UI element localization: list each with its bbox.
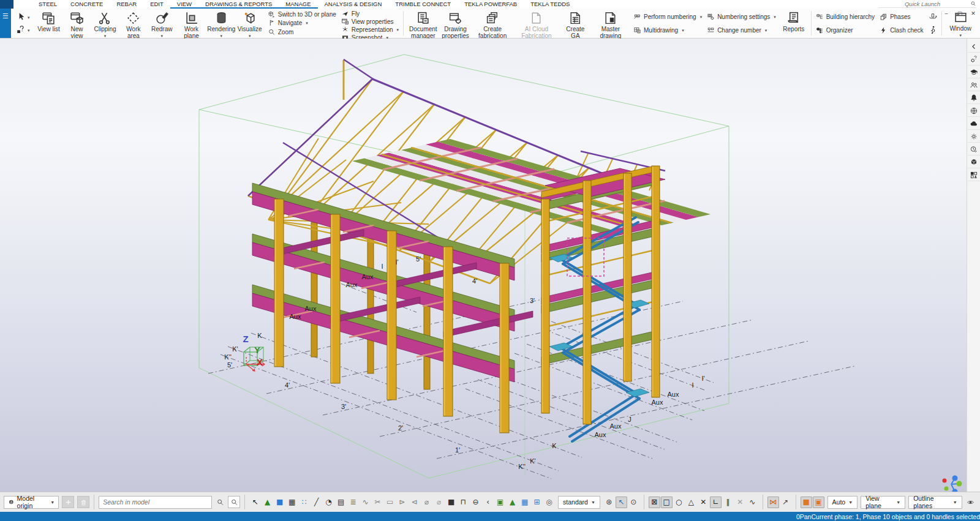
snap-perpendicular-icon[interactable]: ∟: [710, 497, 722, 508]
trimble-connect-icon[interactable]: [968, 118, 980, 130]
maximize-button[interactable]: ▢: [955, 9, 965, 17]
task-manager-icon[interactable]: [968, 144, 980, 156]
view-properties-button[interactable]: View properties ▾: [341, 18, 399, 26]
snap-free-icon[interactable]: ∿: [747, 497, 758, 508]
applications-components-icon[interactable]: [968, 170, 980, 181]
snap-extensions-icon[interactable]: ✕: [734, 497, 746, 508]
select-planes-icon[interactable]: ‹: [482, 497, 494, 508]
select-grid-lines-icon[interactable]: ≣: [347, 497, 359, 508]
work-plane-button[interactable]: Work plane ▾: [176, 9, 207, 37]
orbit-tool-button[interactable]: [928, 12, 938, 21]
select-parts-icon[interactable]: ■: [274, 497, 285, 508]
search-in-model-input[interactable]: [99, 496, 212, 509]
select-points-icon[interactable]: ∷: [298, 497, 310, 508]
select-lines-icon[interactable]: ╱: [311, 497, 322, 508]
select-components-icon[interactable]: ▲: [262, 497, 273, 508]
phases-button[interactable]: Phases: [880, 12, 923, 21]
delete-origin-button[interactable]: [77, 496, 89, 508]
representation-button[interactable]: Representation ▾: [341, 26, 399, 34]
snap-depth-dropdown[interactable]: Auto ▼: [827, 496, 858, 509]
notifications-icon[interactable]: [968, 92, 980, 104]
menu-tab[interactable]: CONCRETE: [64, 0, 110, 9]
walk-tool-button[interactable]: [928, 25, 938, 35]
menu-tab[interactable]: VIEW: [170, 0, 198, 9]
select-grid-plane-icon[interactable]: ▦: [519, 497, 530, 508]
select-single-bolts-icon[interactable]: ⌀: [433, 497, 445, 508]
add-origin-button[interactable]: [62, 496, 74, 508]
select-zoom-icon[interactable]: ◎: [543, 497, 555, 508]
collapse-panel-button[interactable]: [968, 41, 980, 53]
select-loads-icon[interactable]: ⊖: [470, 497, 481, 508]
menu-tab[interactable]: MANAGE: [279, 0, 317, 9]
organizer-button[interactable]: Organizer: [816, 26, 875, 34]
minimize-button[interactable]: –: [941, 9, 951, 17]
xsnap-icon[interactable]: ■: [801, 497, 812, 508]
snap-any-position-icon[interactable]: △: [685, 497, 697, 508]
select-bolts-icon[interactable]: ⌀: [421, 497, 432, 508]
tekla-campus-icon[interactable]: [968, 67, 980, 78]
close-button[interactable]: ✕: [968, 9, 978, 17]
select-fittings-icon[interactable]: ⊳: [396, 497, 408, 508]
visibility-button[interactable]: [965, 496, 976, 508]
clipping-button[interactable]: Clipping ▾: [91, 9, 119, 37]
select-move-icon[interactable]: ⊞: [531, 497, 543, 508]
select-views-icon[interactable]: ▭: [384, 497, 396, 508]
new-view-button[interactable]: New view ▾: [63, 9, 91, 37]
select-all-icon[interactable]: ↖: [249, 497, 261, 508]
component-snap-icon[interactable]: ▣: [813, 497, 824, 508]
navigate-button[interactable]: Navigate ▾: [268, 19, 336, 28]
numbering-settings-button[interactable]: Numbering settings ▾: [707, 12, 776, 21]
create-fabrication-drawing-button[interactable]: Create fabrication drawing ▾: [471, 9, 514, 37]
rendering-button[interactable]: Rendering ▾: [207, 9, 236, 37]
select-grids-icon[interactable]: ▤: [335, 497, 347, 508]
select-welds-solid-icon[interactable]: ■: [445, 497, 457, 508]
advanced-search-button[interactable]: [228, 496, 240, 508]
snap-intersections-icon[interactable]: ✕: [698, 497, 709, 508]
zoom-button[interactable]: Zoom ▾: [268, 28, 336, 37]
select-welds-icon[interactable]: ∿: [360, 497, 371, 508]
search-button[interactable]: [214, 496, 226, 508]
switch-3d-plane-button[interactable]: Switch to 3D or plane ▾: [268, 10, 336, 18]
building-hierarchy-button[interactable]: Building hierarchy: [816, 12, 875, 21]
select-surfaces-icon[interactable]: ▦: [286, 497, 298, 508]
clash-check-button[interactable]: Clash check: [880, 26, 923, 34]
menu-tab[interactable]: TEKLA TEDDS: [524, 0, 576, 9]
fly-button[interactable]: Fly ▾: [341, 10, 399, 18]
menu-tab[interactable]: TRIMBLE CONNECT: [388, 0, 458, 9]
outline-planes-dropdown[interactable]: Outline planes ▼: [908, 496, 962, 509]
select-cuts-icon[interactable]: ✂: [372, 497, 383, 508]
master-drawing-catalog-button[interactable]: Master drawing catalog ▾: [592, 9, 630, 37]
select-cursor-button[interactable]: ▾: [16, 12, 30, 22]
visualize-button[interactable]: Visualize ▾: [236, 9, 264, 37]
reports-button[interactable]: Reports: [780, 9, 808, 37]
menu-tab[interactable]: REBAR: [110, 0, 143, 9]
redraw-button[interactable]: Redraw ▾: [148, 9, 176, 37]
multidrawing-button[interactable]: Multidrawing ▾: [633, 26, 702, 34]
perform-numbering-button[interactable]: Perform numbering ▾: [633, 12, 702, 21]
menu-tab[interactable]: EDIT: [143, 0, 170, 9]
select-pour-break-icon[interactable]: ▲: [507, 497, 518, 508]
tekla-community-icon[interactable]: [968, 80, 980, 91]
file-menu-button[interactable]: ☰: [0, 9, 11, 38]
model-cube-icon[interactable]: [968, 157, 980, 168]
snap-reference-points-icon[interactable]: ⊠: [649, 497, 660, 508]
selection-filter-dropdown[interactable]: standard ▼: [558, 496, 600, 509]
quick-launch-input[interactable]: Quick Launch: [878, 0, 976, 8]
select-marks-icon[interactable]: ⊲: [409, 497, 420, 508]
menu-tab[interactable]: TEKLA POWERFAB: [458, 0, 524, 9]
snap-cursor-icon[interactable]: ↖: [616, 497, 627, 508]
menu-tab[interactable]: ANALYSIS & DESIGN: [318, 0, 389, 9]
snap-geometry-points-icon[interactable]: □: [661, 497, 673, 508]
menu-tab[interactable]: DRAWINGS & REPORTS: [198, 0, 279, 9]
menu-tab[interactable]: STEEL: [32, 0, 64, 9]
snap-parallel-icon[interactable]: ∥: [722, 497, 734, 508]
create-ga-drawing-button[interactable]: Create GA Drawing ▾: [559, 9, 592, 37]
document-manager-button[interactable]: Document manager ▾: [407, 9, 440, 37]
change-number-button[interactable]: Change number ▾: [707, 26, 776, 34]
model-origin-selector[interactable]: Model origin ▼: [4, 496, 59, 509]
tekla-online-icon[interactable]: [968, 105, 980, 117]
model-viewport[interactable]: KK'K''5'4'3'2'1'K''K'KAuxAuxAuxAuxII'5'4…: [0, 39, 967, 492]
drawing-properties-button[interactable]: Drawing properties ▾: [440, 9, 472, 37]
gear-question-icon[interactable]: [968, 54, 980, 66]
work-area-button[interactable]: Work area ▾: [119, 9, 148, 37]
